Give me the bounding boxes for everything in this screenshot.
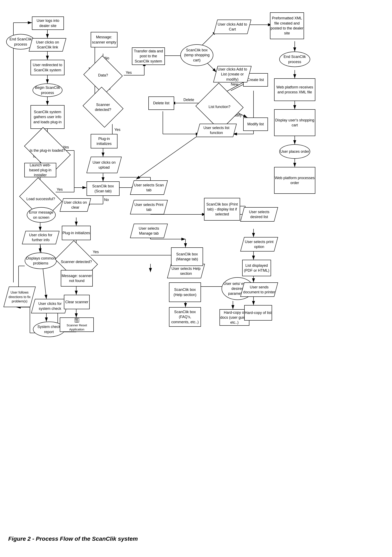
modify-list: Modify list <box>243 117 268 131</box>
scanner-reset-app: Scanner Reset Application <box>60 318 94 332</box>
message-scanner-empty: Message: scanner empty <box>91 32 117 47</box>
scanclik-box-help: ScanClik box (Help section) <box>169 282 201 302</box>
web-platform-receives: Web platform receives and process XML fi… <box>274 78 315 101</box>
svg-rect-110 <box>76 319 77 319</box>
user-selects-manage: User selects Manage tab <box>130 224 168 238</box>
svg-rect-109 <box>76 320 78 322</box>
scanclik-temp: ScanClik box (temp shopping cart) <box>180 44 213 66</box>
user-selects-help: User selects Help section <box>167 264 205 278</box>
svg-text:No: No <box>104 198 109 202</box>
error-message: Error message on screen <box>27 207 56 223</box>
svg-text:Yes: Yes <box>114 128 120 132</box>
web-platform-processes: Web platform processes order <box>274 167 315 194</box>
clear-scanner: Clear scanner <box>64 295 90 309</box>
user-clicks-add-list: User clicks Add to List (create or modif… <box>213 66 252 82</box>
user-redirected: User redirected to ScanClik system <box>31 60 65 75</box>
user-selects-print: User selects Print tab <box>130 200 168 214</box>
svg-text:Yes: Yes <box>126 71 132 75</box>
display-shopping-cart: Display user's shopping cart <box>274 109 315 136</box>
scanclik-box-scan: ScanClik box (Scan tab) <box>87 181 120 196</box>
message-scanner-not: Message: scanner not found <box>61 270 93 287</box>
list-function: List function? <box>202 90 237 123</box>
user-clicks-clear: User clicks on clear <box>60 198 91 212</box>
displays-problems: Displays common problems <box>25 253 57 269</box>
user-logs-in: User logs into dealer site <box>32 16 64 30</box>
is-plugin-loaded: Is the plug-in loaded? <box>28 137 67 164</box>
scanclik-box-faq: ScanClik box (FAQ's, comments, etc..) <box>169 307 201 327</box>
list-displayed: List displayed (PDF or HTML) <box>242 260 271 276</box>
launch-installer: Launch web-based plug-in installer <box>24 163 56 177</box>
hard-copy-list: Hard-copy of list <box>244 305 272 320</box>
user-selects-scan: User selects Scan tab <box>130 180 168 195</box>
user-clicks-add-cart: User clicks Add to Cart <box>213 20 252 34</box>
user-sends-doc: User sends document to printer <box>240 282 278 297</box>
user-follows: User follows directions to fix problem(s… <box>3 287 36 307</box>
plugin-initializes-1: Plug-in initializes <box>91 134 117 148</box>
user-clicks-upload: User clicks on upload <box>86 157 122 173</box>
begin-scanclik: Begin ScanClik process <box>33 83 62 97</box>
scanclik-box-manage: ScanClik box (Manage tab) <box>171 247 203 266</box>
scanclik-box-print: ScanClik box (Print tab) - display list … <box>204 198 240 221</box>
user-places-order: User places order <box>279 144 310 159</box>
end-scanclik-2: End ScanClik process <box>279 51 310 67</box>
flowchart-container: No Yes No Yes No Yes Yes No Yes <box>0 0 392 546</box>
svg-text:Yes: Yes <box>93 250 99 254</box>
svg-text:Delete: Delete <box>183 98 194 102</box>
user-clicks-scanclik: User clicks on ScanClik link <box>29 38 66 51</box>
transfer-data: Transfer data and post to the ScanClik s… <box>132 47 165 65</box>
user-selects-desired: User selects desired list <box>240 207 278 221</box>
plugin-initializes-2: Plug-in initializes <box>62 226 91 240</box>
svg-text:New: New <box>231 82 238 86</box>
scanclik-gathers: ScanClik system gathers user info and lo… <box>31 105 65 129</box>
delete-list: Delete list <box>148 97 174 110</box>
user-clicks-system: User clicks for system check <box>31 299 69 313</box>
figure-caption: Figure 2 - Process Flow of the ScanClik … <box>8 536 138 542</box>
data-diamond: Data? <box>89 62 117 89</box>
preformatted-xml: Preformatted XML file created and posted… <box>270 12 304 39</box>
user-selects-list: User selects list function <box>196 124 237 137</box>
user-selects-print-opt: User selects print option <box>240 237 278 252</box>
user-clicks-info: User clicks for further info <box>22 231 59 244</box>
scanner-detected-1: Scanner detected? <box>88 94 119 121</box>
